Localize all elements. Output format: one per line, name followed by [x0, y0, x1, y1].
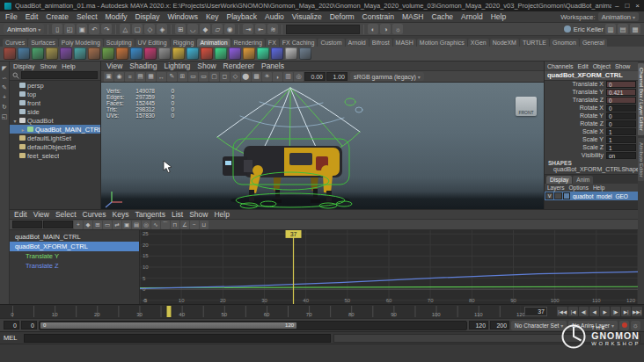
- spline-tangent-icon[interactable]: ⌒: [161, 221, 170, 229]
- channel-translate-x[interactable]: Translate X0: [545, 80, 638, 88]
- shelf-tab-nodexm[interactable]: NodeXM: [490, 39, 519, 47]
- layer-menu-help[interactable]: Help: [593, 185, 604, 191]
- construction-history-icon[interactable]: ≋: [267, 24, 278, 34]
- shelf-icon-22[interactable]: [299, 47, 311, 60]
- save-scene-icon[interactable]: ▣: [77, 24, 87, 34]
- auto-tangent-icon[interactable]: ∿: [151, 221, 160, 229]
- shelf-tab-poly-modeling[interactable]: Poly Modeling: [59, 39, 103, 47]
- safe-action-icon[interactable]: ◻: [220, 72, 230, 82]
- render-current-frame-icon[interactable]: ◐: [368, 24, 378, 34]
- playback-start-field[interactable]: [21, 321, 37, 329]
- menu-create[interactable]: Create: [46, 12, 69, 21]
- menu-edit[interactable]: Edit: [26, 12, 39, 21]
- step-forward-button[interactable]: |▶: [611, 307, 620, 316]
- channel-box-menu-edit[interactable]: Edit: [578, 63, 589, 69]
- previous-key-button[interactable]: |◀: [568, 307, 578, 316]
- shelf-icon-15[interactable]: [201, 47, 213, 60]
- layer-menu-options[interactable]: Options: [569, 185, 589, 191]
- channel-value-field[interactable]: 1: [606, 144, 636, 151]
- open-scene-icon[interactable]: ◰: [64, 24, 75, 34]
- numeric-input-field[interactable]: [286, 25, 360, 34]
- shelf-tab-general[interactable]: General: [580, 39, 607, 47]
- film-gate-icon[interactable]: ▭: [188, 72, 198, 82]
- play-forward-button[interactable]: ▶: [600, 307, 610, 316]
- layer-tab-display[interactable]: Display: [546, 176, 572, 184]
- center-current-time-icon[interactable]: ◎: [142, 221, 150, 229]
- move-tool-icon[interactable]: +: [3, 94, 6, 100]
- character-set-dropdown[interactable]: No Character Set: [511, 321, 567, 330]
- channel-rotate-y[interactable]: Rotate Y0: [545, 112, 638, 119]
- select-object-icon[interactable]: ▢: [132, 24, 143, 34]
- current-frame-field[interactable]: [524, 307, 547, 316]
- shelf-tab-sculpting[interactable]: Sculpting: [104, 39, 135, 47]
- linear-tangent-icon[interactable]: ∠: [180, 221, 189, 229]
- graph-editor-menu-edit[interactable]: Edit: [14, 210, 27, 219]
- node-name-field[interactable]: [545, 71, 638, 81]
- camera-attributes-icon[interactable]: ≡: [125, 72, 135, 82]
- scale-tool-icon[interactable]: ◱: [2, 113, 8, 119]
- select-component-icon[interactable]: ◇: [144, 24, 155, 34]
- menu-mash[interactable]: MASH: [402, 12, 424, 21]
- title-bar[interactable]: QuadBot_animation_01.ma - Autodesk MAYA …: [0, 0, 644, 11]
- region-keys-tool-icon[interactable]: ▭: [103, 221, 112, 229]
- shelf-tab-rigging[interactable]: Rigging: [171, 39, 197, 47]
- shelf-icon-2[interactable]: [18, 47, 30, 60]
- shelf-icon-8[interactable]: [102, 47, 114, 60]
- menu-modify[interactable]: Modify: [106, 12, 128, 21]
- outliner-menu-display[interactable]: Display: [13, 62, 35, 70]
- retime-tool-icon[interactable]: ⇄: [113, 221, 121, 229]
- outliner-item-front[interactable]: front: [10, 98, 100, 107]
- current-time-marker[interactable]: [167, 306, 172, 317]
- viewport-menu-panels[interactable]: Panels: [261, 62, 284, 70]
- shelf-icon-14[interactable]: [187, 47, 199, 60]
- paint-select-tool-icon[interactable]: ✎: [2, 84, 7, 90]
- menu-cache[interactable]: Cache: [432, 12, 454, 21]
- lattice-deform-keys-icon[interactable]: ⊞: [93, 221, 102, 229]
- channel-value-field[interactable]: 0.421: [606, 89, 636, 96]
- frame-playback-icon[interactable]: ▤: [132, 221, 141, 229]
- shelf-icon-10[interactable]: [130, 47, 143, 60]
- shelf-icon-17[interactable]: [229, 47, 241, 60]
- step-back-button[interactable]: ◀|: [579, 307, 589, 316]
- shelf-icon-1[interactable]: [4, 47, 16, 60]
- shelf-tab-uv-editing[interactable]: UV Editing: [135, 39, 170, 47]
- menu-arnold[interactable]: Arnold: [461, 12, 483, 21]
- channel-scale-x[interactable]: Scale X1: [545, 127, 638, 135]
- snap-curve-icon[interactable]: ◡: [187, 24, 198, 34]
- channel-scale-z[interactable]: Scale Z1: [545, 143, 638, 151]
- channel-box-menu-show[interactable]: Show: [615, 63, 631, 69]
- shelf-tab-fx[interactable]: FX: [266, 39, 279, 47]
- select-tool-icon[interactable]: ◤: [2, 65, 6, 71]
- workspace-selector[interactable]: Workspace: Animation: [560, 12, 639, 21]
- outliner-item-top[interactable]: top: [10, 90, 100, 98]
- channel-translate-z[interactable]: Translate Z0: [545, 96, 638, 104]
- menu-select[interactable]: Select: [77, 12, 98, 21]
- shadows-icon[interactable]: ◗: [273, 72, 282, 82]
- outliner-item-side[interactable]: side: [10, 107, 100, 116]
- outliner-search-input[interactable]: [21, 71, 98, 79]
- wireframe-icon[interactable]: ◇: [231, 72, 240, 82]
- shelf-tab-surfaces[interactable]: Surfaces: [28, 39, 58, 47]
- view-transform-dropdown[interactable]: sRGB gamma (legacy): [350, 72, 424, 81]
- layer-visibility-toggle[interactable]: V: [545, 192, 553, 199]
- shelf-tab-turtle[interactable]: TURTLE: [520, 39, 549, 47]
- undo-icon[interactable]: ↶: [89, 24, 99, 34]
- range-slider-bar[interactable]: 0 120: [40, 322, 296, 329]
- channel-value-field[interactable]: on: [606, 152, 636, 159]
- viewport-menu-shading[interactable]: Shading: [129, 62, 157, 70]
- menu-visualize[interactable]: Visualize: [292, 12, 322, 21]
- clamped-tangent-icon[interactable]: ⊓: [171, 221, 179, 229]
- menu-key[interactable]: Key: [206, 12, 219, 21]
- xray-icon[interactable]: ▥: [283, 72, 293, 82]
- outliner-item-defaultobjectset[interactable]: defaultObjectSet: [10, 142, 100, 151]
- channel-box-menu-object[interactable]: Object: [593, 63, 611, 69]
- toggle-channel-box-icon[interactable]: ▦: [630, 24, 640, 34]
- render-settings-icon[interactable]: ☼: [392, 24, 403, 34]
- ge-outliner-item-quadbot-xform-ctrl[interactable]: quadBot_XFORM_CTRL: [10, 242, 139, 251]
- shelf-icon-11[interactable]: [144, 47, 157, 60]
- ge-curve-canvas[interactable]: 372520151050-501020304050607080901001101…: [140, 230, 638, 304]
- outliner-menu-show[interactable]: Show: [40, 62, 57, 70]
- layer-tab-anim[interactable]: Anim: [573, 176, 593, 184]
- shelf-icon-7[interactable]: [88, 47, 100, 60]
- graph-editor-menu-tangents[interactable]: Tangents: [135, 210, 165, 219]
